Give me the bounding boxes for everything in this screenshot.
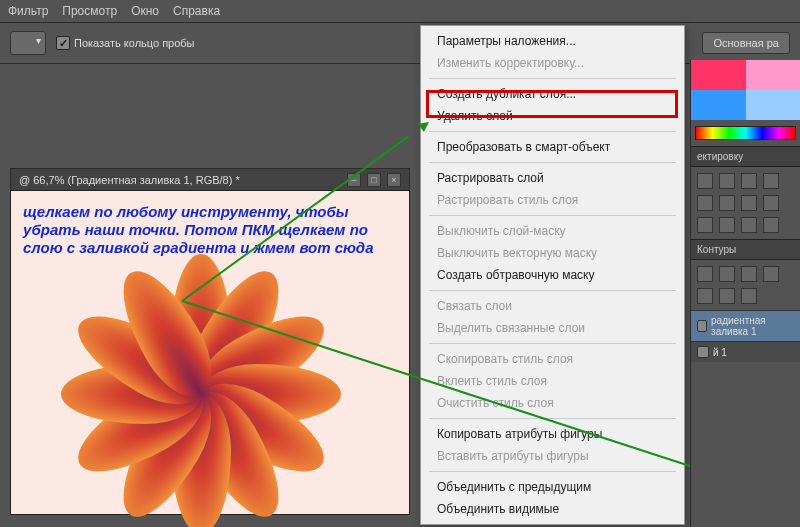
show-sample-ring-checkbox[interactable]: ✓ — [56, 36, 70, 50]
adjustments-panel-title[interactable]: ектировку — [691, 146, 800, 167]
trash-icon[interactable] — [741, 288, 757, 304]
adjustments-icons — [691, 167, 800, 239]
menu-item[interactable]: Создать обтравочную маску — [421, 264, 684, 286]
photoshop-window: Фильтр Просмотр Окно Справка ✓ Показать … — [0, 0, 800, 527]
swatch-row — [691, 60, 800, 90]
menu-window[interactable]: Окно — [131, 4, 159, 18]
layer-row-gradient-fill[interactable]: радиентная заливка 1 — [691, 310, 800, 341]
visibility-icon[interactable] — [697, 346, 709, 358]
right-panels: ектировку Контуры радиент — [690, 60, 800, 527]
levels-icon[interactable] — [719, 173, 735, 189]
layer-row-1[interactable]: й 1 — [691, 341, 800, 362]
menu-item: Скопировать стиль слоя — [421, 348, 684, 370]
balance-icon[interactable] — [741, 195, 757, 211]
menu-separator — [429, 78, 676, 79]
menu-help[interactable]: Справка — [173, 4, 220, 18]
menu-item: Вклеить стиль слоя — [421, 370, 684, 392]
layer-label: радиентная заливка 1 — [711, 315, 794, 337]
menu-item[interactable]: Удалить слой — [421, 105, 684, 127]
menu-item[interactable]: Объединить видимые — [421, 498, 684, 520]
close-icon[interactable]: × — [387, 173, 401, 187]
lookup-icon[interactable] — [741, 217, 757, 233]
workspace-button[interactable]: Основная ра — [702, 32, 790, 54]
new-layer-icon[interactable] — [719, 288, 735, 304]
menu-separator — [429, 131, 676, 132]
paths-panel-title[interactable]: Контуры — [691, 239, 800, 260]
maximize-icon[interactable]: □ — [367, 173, 381, 187]
color-spectrum[interactable] — [695, 126, 796, 140]
menu-item: Выключить слой-маску — [421, 220, 684, 242]
document-canvas[interactable]: щелкаем по любому инструменту, чтобы убр… — [10, 190, 410, 515]
menu-item: Связать слои — [421, 295, 684, 317]
group-icon[interactable] — [697, 288, 713, 304]
visibility-icon[interactable] — [697, 320, 707, 332]
fx-icon[interactable] — [719, 266, 735, 282]
menu-separator — [429, 471, 676, 472]
menu-separator — [429, 290, 676, 291]
mask-icon[interactable] — [741, 266, 757, 282]
swatch-row — [691, 90, 800, 120]
menu-item: Выключить векторную маску — [421, 242, 684, 264]
menu-item[interactable]: Объединить с предыдущим — [421, 476, 684, 498]
menu-item[interactable]: Копировать атрибуты фигуры — [421, 423, 684, 445]
menu-item[interactable]: Растрировать слой — [421, 167, 684, 189]
mixer-icon[interactable] — [719, 217, 735, 233]
tool-preset-dropdown[interactable] — [10, 31, 46, 55]
exposure-icon[interactable] — [763, 173, 779, 189]
invert-icon[interactable] — [763, 217, 779, 233]
menu-item[interactable]: Создать дубликат слоя... — [421, 83, 684, 105]
bw-icon[interactable] — [763, 195, 779, 211]
menu-view[interactable]: Просмотр — [62, 4, 117, 18]
menu-separator — [429, 215, 676, 216]
curves-icon[interactable] — [741, 173, 757, 189]
layers-toolbar — [691, 260, 800, 310]
menu-item: Вставить атрибуты фигуры — [421, 445, 684, 467]
brightness-icon[interactable] — [697, 173, 713, 189]
flower-artwork — [41, 234, 361, 527]
menu-filter[interactable]: Фильтр — [8, 4, 48, 18]
menu-item[interactable]: Параметры наложения... — [421, 30, 684, 52]
hue-icon[interactable] — [719, 195, 735, 211]
menu-item: Растрировать стиль слоя — [421, 189, 684, 211]
document-title: @ 66,7% (Градиентная заливка 1, RGB/8) * — [19, 174, 240, 186]
menu-item: Очистить стиль слоя — [421, 392, 684, 414]
menubar: Фильтр Просмотр Окно Справка — [0, 0, 800, 23]
menu-separator — [429, 162, 676, 163]
fill-icon[interactable] — [763, 266, 779, 282]
link-icon[interactable] — [697, 266, 713, 282]
menu-item: Выделить связанные слои — [421, 317, 684, 339]
menu-item[interactable]: Преобразовать в смарт-объект — [421, 136, 684, 158]
photo-filter-icon[interactable] — [697, 217, 713, 233]
menu-separator — [429, 343, 676, 344]
menu-separator — [429, 418, 676, 419]
menu-item: Изменить корректировку... — [421, 52, 684, 74]
vibrance-icon[interactable] — [697, 195, 713, 211]
checkbox-label: Показать кольцо пробы — [74, 37, 195, 49]
layer-label: й 1 — [713, 347, 727, 358]
